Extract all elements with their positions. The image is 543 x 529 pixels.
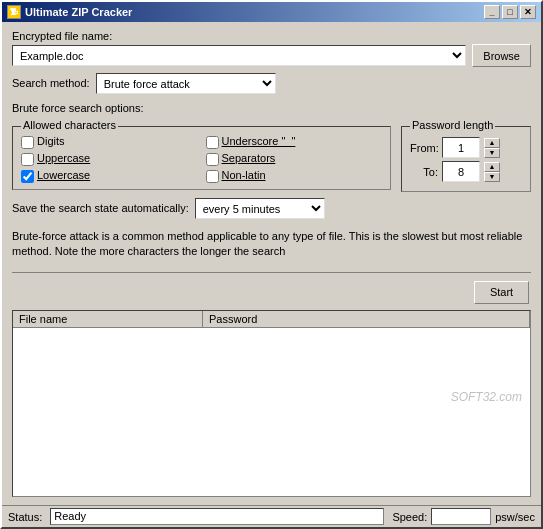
from-spin-up[interactable]: ▲ (484, 138, 500, 148)
results-table: File name Password SOFT32.com (12, 310, 531, 497)
from-label: From: (410, 142, 438, 154)
speed-section: Speed: psw/sec (392, 508, 535, 525)
non-latin-item: Non-latin (206, 169, 383, 183)
separators-item: Separators (206, 152, 383, 166)
uppercase-label: Uppercase (37, 152, 90, 164)
non-latin-label: Non-latin (222, 169, 266, 181)
to-label: To: (410, 166, 438, 178)
main-window: 🗜 Ultimate ZIP Cracker _ □ ✕ Encrypted f… (0, 0, 543, 529)
minimize-button[interactable]: _ (484, 5, 500, 19)
underscore-label: Underscore "_" (222, 135, 296, 147)
speed-value (431, 508, 491, 525)
uppercase-checkbox[interactable] (21, 153, 34, 166)
lowercase-label: Lowercase (37, 169, 90, 181)
status-value: Ready (50, 508, 384, 525)
title-buttons: _ □ ✕ (484, 5, 536, 19)
search-method-label: Search method: (12, 77, 90, 89)
start-button[interactable]: Start (474, 281, 529, 304)
to-row: To: ▲ ▼ (410, 161, 522, 182)
to-input[interactable] (442, 161, 480, 182)
lowercase-item: Lowercase (21, 169, 198, 183)
file-name-column-header: File name (13, 311, 203, 327)
speed-unit: psw/sec (495, 511, 535, 523)
underscore-checkbox[interactable] (206, 136, 219, 149)
lowercase-checkbox[interactable] (21, 170, 34, 183)
browse-button[interactable]: Browse (472, 44, 531, 67)
digits-checkbox[interactable] (21, 136, 34, 149)
bf-options-row: Allowed characters Digits Underscore "_"… (12, 120, 531, 192)
allowed-chars-group: Allowed characters Digits Underscore "_"… (12, 126, 391, 190)
speed-label: Speed: (392, 511, 427, 523)
from-row: From: ▲ ▼ (410, 137, 522, 158)
file-name-combo[interactable]: Example.doc (12, 45, 466, 66)
watermark-text: SOFT32.com (451, 390, 522, 404)
title-bar: 🗜 Ultimate ZIP Cracker _ □ ✕ (2, 2, 541, 22)
search-method-row: Search method: Brute force attack Dictio… (12, 73, 531, 94)
file-name-row: Example.doc Browse (12, 44, 531, 67)
separators-checkbox[interactable] (206, 153, 219, 166)
password-length-group: Password length From: ▲ ▼ To: (401, 126, 531, 192)
allowed-chars-legend: Allowed characters (21, 119, 118, 131)
digits-label: Digits (37, 135, 65, 147)
app-icon: 🗜 (7, 5, 21, 19)
digits-item: Digits (21, 135, 198, 149)
window-body: Encrypted file name: Example.doc Browse … (2, 22, 541, 505)
to-spin-up[interactable]: ▲ (484, 162, 500, 172)
to-spin-buttons: ▲ ▼ (484, 162, 500, 182)
save-state-select[interactable]: every 5 minutes every 10 minutes every 3… (195, 198, 325, 219)
bf-options-label: Brute force search options: (12, 102, 531, 114)
maximize-button[interactable]: □ (502, 5, 518, 19)
uppercase-item: Uppercase (21, 152, 198, 166)
status-label: Status: (8, 511, 42, 523)
divider (12, 272, 531, 273)
save-state-label: Save the search state automatically: (12, 202, 189, 214)
from-spin-down[interactable]: ▼ (484, 148, 500, 158)
password-column-header: Password (203, 311, 530, 327)
window-title: Ultimate ZIP Cracker (25, 6, 132, 18)
non-latin-checkbox[interactable] (206, 170, 219, 183)
to-spin-down[interactable]: ▼ (484, 172, 500, 182)
separators-label: Separators (222, 152, 276, 164)
results-body: SOFT32.com (13, 328, 530, 408)
title-bar-left: 🗜 Ultimate ZIP Cracker (7, 5, 132, 19)
password-length-legend: Password length (410, 119, 495, 131)
results-header: File name Password (13, 311, 530, 328)
description-text: Brute-force attack is a common method ap… (12, 225, 531, 264)
underscore-item: Underscore "_" (206, 135, 383, 149)
encrypted-file-section: Encrypted file name: Example.doc Browse (12, 30, 531, 67)
save-state-row: Save the search state automatically: eve… (12, 198, 531, 219)
search-method-select[interactable]: Brute force attack Dictionary attack Kno… (96, 73, 276, 94)
status-bar: Status: Ready Speed: psw/sec (2, 505, 541, 527)
checkbox-grid: Digits Underscore "_" Uppercase Separato… (21, 135, 382, 183)
from-input[interactable] (442, 137, 480, 158)
start-row: Start (12, 281, 531, 304)
encrypted-file-label: Encrypted file name: (12, 30, 531, 42)
from-spin-buttons: ▲ ▼ (484, 138, 500, 158)
close-button[interactable]: ✕ (520, 5, 536, 19)
